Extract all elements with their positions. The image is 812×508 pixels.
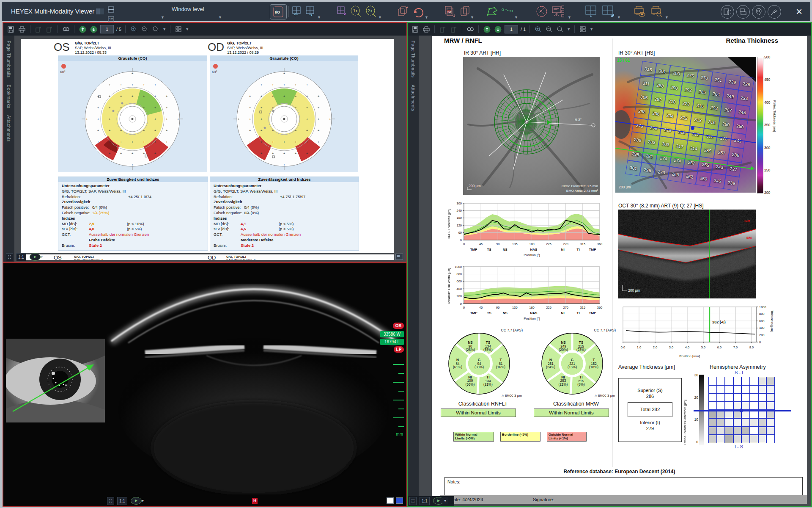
rnfl-chart: 04590135180225270315360060120180240300TM… [448, 200, 605, 263]
right-sidebar-tabs: Page ThumbnailsAttachments [408, 36, 419, 506]
print-device-button[interactable] [736, 5, 750, 19]
svg-text:TI: TI [577, 311, 580, 315]
play-dropdown[interactable]: ▾ [442, 497, 448, 504]
sync-views-icon[interactable] [412, 4, 425, 19]
presentation-mode-icon[interactable] [551, 4, 564, 19]
play-dropdown[interactable]: ▾ [39, 253, 44, 260]
print-icon[interactable] [422, 25, 431, 33]
view-layout-icon[interactable] [174, 25, 183, 33]
zoom-out-icon[interactable] [140, 25, 149, 33]
pin-window-button[interactable] [768, 5, 781, 19]
ruler-tick [398, 391, 404, 392]
export-pdf-icon[interactable]: PDF [444, 4, 456, 19]
thickness-cell: 262 [681, 168, 697, 185]
zoom-2x-icon[interactable]: 2x [365, 4, 377, 19]
svg-text:+: + [261, 94, 263, 98]
zoom-menu-icon[interactable] [151, 25, 160, 33]
sidebar-tab-page-thumbnails[interactable]: Page Thumbnails [411, 41, 416, 78]
annotations-off-icon[interactable] [535, 4, 548, 19]
page-up-icon[interactable] [78, 25, 87, 33]
patient-history-button[interactable] [721, 5, 734, 19]
svg-text:TI: TI [577, 248, 580, 251]
pdf-toolbar-left: 1 / 5 ▼ ▼ [3, 23, 406, 36]
zoom-1x-icon[interactable]: 1x [349, 4, 362, 19]
zoom-in-icon[interactable] [129, 25, 138, 33]
sidebar-tab-page-thumbnails[interactable]: Page Thumbnails [6, 41, 11, 78]
zoom-in-icon[interactable] [534, 25, 542, 33]
zoom-menu-dropdown[interactable]: ▼ [567, 27, 571, 31]
copy-document-dropdown[interactable]: ▼ [470, 15, 474, 19]
print-preview-icon[interactable] [633, 4, 645, 19]
close-button[interactable]: × [796, 6, 802, 17]
bookmark-prev-icon[interactable] [34, 25, 43, 33]
polygon-tool-icon[interactable] [486, 4, 499, 19]
bookmark-next-icon[interactable] [45, 25, 54, 33]
thickness-cell: 293 [706, 100, 722, 116]
svg-text:2x: 2x [368, 8, 373, 13]
asymmetry-cell [717, 418, 725, 427]
sidebar-tab-bookmarks[interactable]: Bookmarks [6, 85, 11, 108]
layout-import-icon[interactable] [584, 4, 597, 19]
page-down-icon[interactable] [494, 25, 502, 33]
ruler-tick [398, 426, 404, 427]
notes-field[interactable]: Notes: [444, 477, 803, 495]
layout-preset-dropdown[interactable]: ▼ [161, 15, 165, 19]
actual-size-button[interactable]: 1:1 [16, 253, 26, 261]
play-dropdown[interactable]: ▾ [140, 497, 145, 504]
layout-pin-icon[interactable] [336, 4, 348, 19]
svg-text:+: + [249, 117, 251, 121]
asymmetry-cell [741, 385, 750, 394]
copy-image-icon[interactable] [397, 4, 410, 19]
zoom-menu-dropdown[interactable]: ▼ [162, 27, 166, 31]
fit-view-button[interactable]: ⛶ [6, 253, 13, 261]
search-icon[interactable] [62, 25, 70, 33]
print-icon[interactable] [18, 25, 26, 33]
layout-forward-icon[interactable] [304, 4, 317, 19]
actual-size-button[interactable]: 1:1 [420, 497, 430, 505]
layout-back-icon[interactable] [291, 4, 304, 19]
fit-view-button[interactable]: ⛶ [409, 497, 417, 505]
save-icon[interactable] [7, 25, 15, 33]
measure-tool-icon[interactable] [502, 4, 514, 19]
svg-text:0.0: 0.0 [621, 345, 625, 349]
layout-edit-dropdown[interactable]: ▼ [617, 15, 621, 19]
window-level-dropdown[interactable]: ▼ [218, 15, 222, 19]
presentation-dropdown[interactable]: ▼ [568, 15, 571, 19]
zoom-out-icon[interactable] [545, 25, 553, 33]
search-icon[interactable] [466, 25, 475, 33]
float-window-icon[interactable] [395, 254, 403, 260]
view-layout-dropdown[interactable]: ▼ [590, 27, 593, 31]
view-layout-icon[interactable] [579, 25, 587, 33]
svg-text:+: + [318, 140, 320, 144]
page-number-input[interactable]: 1 [100, 25, 114, 33]
actual-size-button[interactable]: 1:1 [117, 497, 127, 505]
layout-edit-icon[interactable] [601, 4, 614, 19]
date-label: Date: 4/24/2024 [450, 495, 483, 504]
bookmark-prev-icon[interactable] [439, 25, 447, 33]
io-toggle-button[interactable]: I/O [270, 4, 287, 19]
svg-text:800: 800 [759, 312, 765, 316]
view-layout-dropdown[interactable]: ▼ [185, 27, 189, 31]
svg-text:+: + [272, 152, 274, 155]
fit-view-button[interactable]: ⛶ [107, 497, 114, 505]
layout-thumb-icon[interactable] [387, 497, 394, 504]
sidebar-tab-attachments[interactable]: Attachments [6, 115, 11, 142]
svg-text:225: 225 [546, 242, 551, 246]
zoom-menu-icon[interactable] [556, 25, 564, 33]
zoom-dropdown[interactable]: ▼ [378, 15, 382, 19]
layout-thumb-active-icon[interactable] [396, 497, 403, 504]
page-up-icon[interactable] [483, 25, 491, 33]
print-dropdown[interactable]: ▼ [665, 15, 669, 19]
measure-dropdown[interactable]: ▼ [514, 15, 518, 19]
sidebar-tab-attachments[interactable]: Attachments [411, 85, 416, 111]
svg-text:360: 360 [597, 306, 603, 309]
page-number-input[interactable]: 1 [505, 25, 518, 33]
save-icon[interactable] [411, 25, 420, 33]
bookmark-next-icon[interactable] [450, 25, 458, 33]
sync-dropdown[interactable]: ▼ [425, 15, 428, 19]
layout-forward-dropdown[interactable]: ▼ [317, 15, 321, 19]
print-search-icon[interactable] [650, 4, 662, 19]
svg-text:0: 0 [460, 302, 462, 306]
patient-locate-button[interactable] [752, 5, 765, 19]
page-down-icon[interactable] [89, 25, 98, 33]
